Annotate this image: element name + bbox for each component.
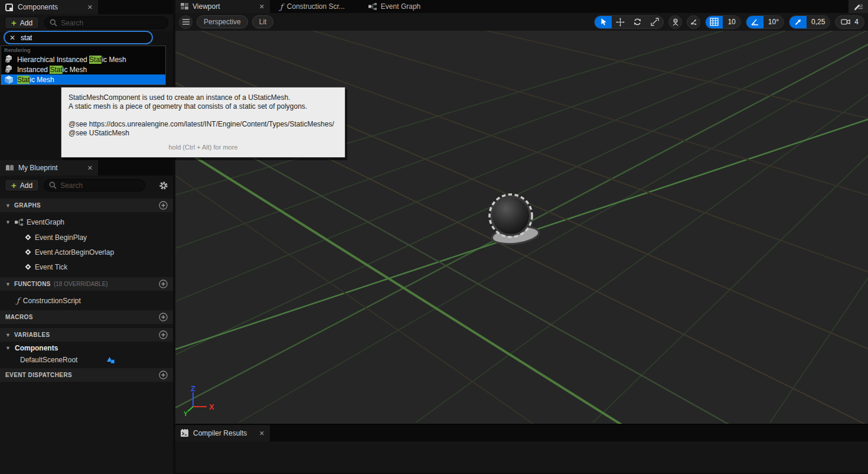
my-blueprint-panel: My Blueprint ✕ + Add	[0, 160, 173, 474]
grid-snap-toggle[interactable]	[706, 16, 723, 28]
tooltip-see-link: @see https://docs.unrealengine.com/lates…	[68, 120, 338, 129]
add-function-button[interactable]	[159, 280, 168, 288]
scene-root-icon	[106, 356, 115, 363]
defaultsceneroot-label: DefaultSceneRoot	[20, 356, 77, 364]
chevron-down-icon[interactable]: ▼	[5, 203, 11, 209]
add-graph-button[interactable]	[159, 201, 168, 210]
select-tool-button[interactable]	[595, 16, 612, 28]
plus-icon: +	[11, 18, 17, 27]
dropdown-item-hierarchical-instanced-static-mesh[interactable]: Hierarchical Instanced Static Mesh	[1, 54, 165, 64]
static-mesh-tooltip: StaticMeshComponent is used to create an…	[61, 87, 345, 158]
tab-components[interactable]: Components ✕	[0, 0, 98, 14]
close-icon[interactable]: ✕	[259, 430, 265, 437]
tab-compiler-results[interactable]: Compiler Results ✕	[175, 425, 270, 441]
world-space-toggle-button[interactable]	[668, 15, 682, 29]
search-icon	[50, 19, 57, 27]
chevron-down-icon[interactable]: ▼	[5, 281, 11, 287]
components-toolbar: + Add	[0, 14, 173, 31]
add-button-label: Add	[20, 19, 32, 27]
grid-snap-value[interactable]: 10	[723, 16, 740, 28]
move-icon	[616, 18, 625, 27]
components-icon	[5, 4, 14, 11]
add-blueprint-item-button[interactable]: + Add	[5, 179, 39, 191]
functions-note: (18 OVERRIDABLE)	[54, 281, 108, 287]
add-variable-button[interactable]	[159, 330, 168, 339]
tree-item-event-actorbeginoverlap[interactable]: Event ActorBeginOverlap	[0, 245, 173, 259]
rotate-tool-button[interactable]	[629, 16, 646, 28]
compiler-results-tabbar: Compiler Results ✕	[175, 424, 868, 441]
event-graph-icon	[368, 3, 377, 10]
section-functions[interactable]: ▼ FUNCTIONS (18 OVERRIDABLE)	[0, 277, 173, 291]
grid-snap-group: 10	[705, 15, 740, 29]
scale-snap-toggle[interactable]	[789, 16, 807, 28]
tree-item-event-tick[interactable]: Event Tick	[0, 259, 173, 274]
surface-snap-button[interactable]	[687, 15, 700, 29]
close-icon[interactable]: ✕	[259, 4, 265, 10]
move-tool-button[interactable]	[612, 16, 629, 28]
lit-label: Lit	[259, 18, 267, 26]
components-search[interactable]	[44, 17, 168, 29]
event-dispatchers-label: EVENT DISPATCHERS	[5, 372, 72, 378]
chevron-down-icon[interactable]: ▼	[5, 219, 11, 225]
section-macros[interactable]: MACROS	[0, 310, 173, 324]
tooltip-line: A static mesh is a piece of geometry tha…	[68, 102, 338, 111]
components-group-label: Components	[15, 344, 58, 352]
add-macro-button[interactable]	[159, 313, 168, 322]
my-blueprint-tabbar: My Blueprint ✕	[0, 160, 173, 176]
component-search-popup[interactable]: ✕	[4, 31, 153, 44]
add-component-button[interactable]: + Add	[5, 17, 39, 29]
edit-tab-block[interactable]	[849, 0, 868, 13]
dropdown-item-label: Instanced Static Mesh	[17, 66, 87, 74]
event-node-icon	[25, 249, 31, 255]
tab-construction-label: Construction Scr...	[287, 2, 345, 11]
tab-event-graph[interactable]: Event Graph	[363, 0, 426, 13]
tree-item-constructionscript[interactable]: ƒ ConstructionScript	[0, 291, 173, 310]
component-search-popup-input[interactable]	[21, 34, 147, 42]
tab-construction-script[interactable]: ƒ Construction Scr...	[275, 0, 350, 13]
axis-x-label: X	[209, 402, 214, 411]
tree-item-event-beginplay[interactable]: Event BeginPlay	[0, 230, 173, 245]
my-blueprint-search[interactable]	[44, 179, 145, 191]
rotation-snap-toggle[interactable]	[746, 16, 763, 28]
scale-snap-value[interactable]: 0,25	[807, 16, 830, 28]
event-node-icon	[25, 264, 31, 270]
chevron-down-icon[interactable]: ▼	[5, 332, 11, 338]
viewport-icon	[181, 3, 188, 10]
dropdown-item-instanced-static-mesh[interactable]: Instanced Static Mesh	[1, 64, 165, 74]
rotation-snap-value[interactable]: 10°	[763, 16, 784, 28]
my-blueprint-toolbar: + Add	[0, 176, 173, 195]
components-search-input[interactable]	[61, 19, 163, 27]
tab-my-blueprint[interactable]: My Blueprint ✕	[0, 160, 98, 176]
lit-button[interactable]: Lit	[252, 15, 274, 28]
my-blueprint-search-input[interactable]	[60, 181, 152, 190]
tree-group-components[interactable]: ▼ Components	[0, 342, 173, 354]
perspective-button[interactable]: Perspective	[197, 15, 248, 28]
clear-search-icon[interactable]: ✕	[9, 34, 15, 42]
camera-speed-button[interactable]: 4	[835, 15, 864, 29]
add-event-dispatcher-button[interactable]	[159, 371, 168, 379]
section-graphs[interactable]: ▼ GRAPHS	[0, 199, 173, 212]
rotation-snap-group: 10°	[746, 15, 784, 29]
tab-viewport-label: Viewport	[192, 2, 220, 11]
close-icon[interactable]: ✕	[87, 165, 93, 171]
section-variables[interactable]: ▼ VARIABLES	[0, 328, 173, 342]
close-icon[interactable]: ✕	[87, 4, 93, 11]
dropdown-item-static-mesh[interactable]: Static Mesh	[1, 74, 165, 85]
add-button-label: Add	[20, 181, 32, 190]
components-tabbar: Components ✕	[0, 0, 173, 14]
section-event-dispatchers[interactable]: EVENT DISPATCHERS	[0, 368, 173, 382]
chevron-down-icon[interactable]: ▼	[5, 345, 11, 351]
macros-label: MACROS	[5, 314, 33, 320]
tree-item-eventgraph[interactable]: ▼ EventGraph	[0, 215, 173, 230]
tab-compiler-results-label: Compiler Results	[193, 429, 247, 437]
tree-item-defaultsceneroot[interactable]: DefaultSceneRoot	[0, 354, 173, 365]
scale-tool-button[interactable]	[646, 16, 663, 28]
viewport-options-button[interactable]	[179, 15, 192, 29]
my-blueprint-tree: ▼ GRAPHS ▼ EventGraph Event BeginPlay	[0, 195, 173, 474]
axis-z-label: Z	[191, 384, 195, 393]
tab-viewport[interactable]: Viewport ✕	[175, 0, 270, 13]
gear-icon[interactable]	[159, 181, 168, 190]
eventgraph-label: EventGraph	[27, 218, 64, 226]
surface-snap-icon	[690, 18, 698, 26]
event-graph-icon	[15, 219, 23, 226]
